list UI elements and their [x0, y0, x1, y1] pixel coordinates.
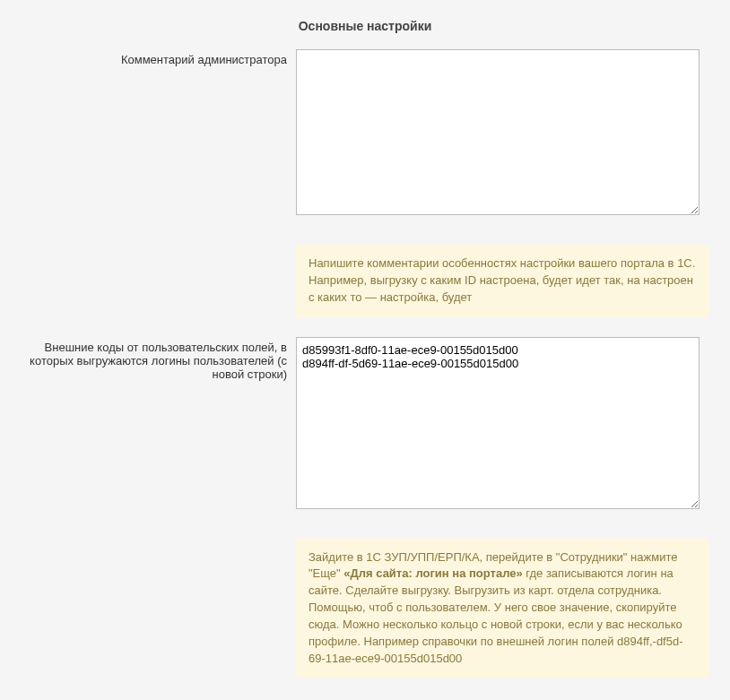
help-text-bold: «Для сайта: логин на портале»	[343, 566, 522, 580]
external-codes-row: Внешние коды от пользовательских полей, …	[18, 337, 712, 512]
section-title: Основные настройки	[18, 13, 712, 49]
external-codes-label: Внешние коды от пользовательских полей, …	[18, 337, 296, 381]
help-text-after: где записываются логин на сайте. Сделайт…	[309, 566, 683, 664]
admin-comment-label: Комментарий администратора	[18, 49, 296, 66]
external-codes-textarea[interactable]	[296, 337, 700, 509]
admin-comment-textarea[interactable]	[296, 49, 700, 215]
admin-comment-help: Напишите комментарии особенностях настро…	[296, 245, 708, 317]
external-codes-help: Зайдите в 1С ЗУП/УПП/ЕРП/КА, перейдите в…	[296, 539, 708, 678]
admin-comment-row: Комментарий администратора	[18, 49, 712, 218]
